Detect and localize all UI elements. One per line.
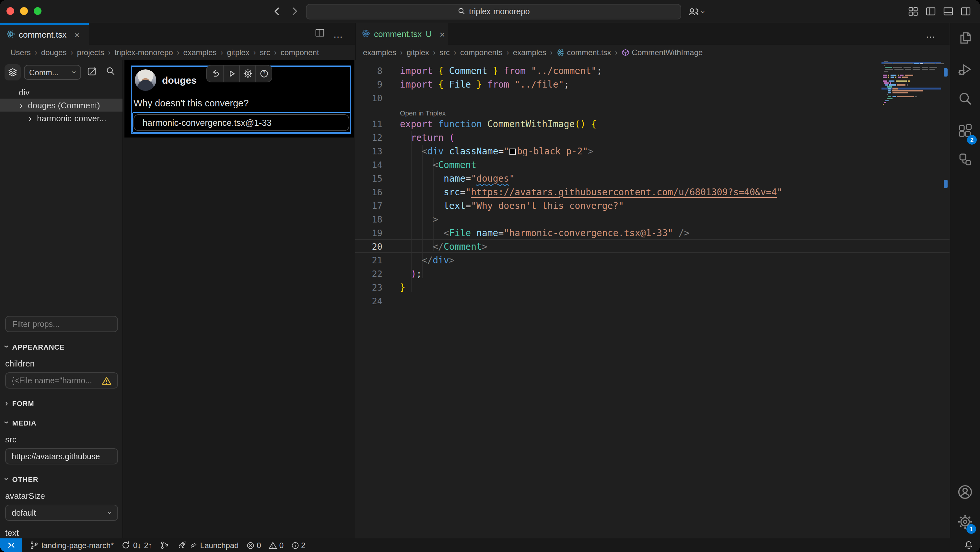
breadcrumb-item-components[interactable]: components	[460, 48, 503, 57]
customize-layout-icon[interactable]	[908, 6, 918, 19]
notifications-bell[interactable]	[964, 540, 974, 550]
breadcrumb-item-examples[interactable]: examples	[363, 48, 396, 57]
launchpad-item[interactable]: Launchpad	[177, 540, 239, 550]
toggle-secondary-sidebar-icon[interactable]	[961, 6, 971, 19]
line-number: 13	[355, 146, 382, 156]
line-number: 19	[355, 227, 382, 238]
file-chip[interactable]: harmonic-convergence.tsx@1-33	[134, 114, 349, 131]
code-line-11[interactable]: 11export function CommentWithImage() {	[355, 117, 950, 130]
code-line-21[interactable]: 21 </div>	[355, 253, 950, 266]
account-icon[interactable]	[957, 484, 973, 503]
triplex-preview-canvas[interactable]: douges Why doesn't this converge? harmon…	[123, 60, 355, 538]
code-line-15[interactable]: 15 name="douges"	[355, 171, 950, 185]
toggle-panel-icon[interactable]	[943, 6, 953, 19]
source-control-graph-item[interactable]	[160, 540, 169, 550]
new-component-icon[interactable]	[87, 66, 97, 79]
zoom-window-button[interactable]	[34, 7, 41, 15]
toggle-primary-sidebar-icon[interactable]	[926, 6, 936, 19]
line-number: 16	[355, 187, 382, 197]
breadcrumb-item-src[interactable]: src	[260, 48, 270, 57]
help-button[interactable]: ?	[255, 65, 272, 82]
chevron-icon: ›	[2, 477, 12, 480]
code-line-16[interactable]: 16 src="https://avatars.githubuserconten…	[355, 185, 950, 198]
remote-indicator[interactable]	[0, 538, 22, 552]
play-button[interactable]	[223, 65, 239, 82]
react-icon	[557, 48, 565, 56]
code-editor[interactable]: 8import { Comment } from "../comment";9i…	[355, 60, 950, 538]
search-icon[interactable]	[106, 66, 115, 78]
git-branch-item[interactable]: landing-page-march*	[30, 540, 114, 550]
breadcrumb-item-douges[interactable]: douges	[41, 48, 67, 57]
code-line-20[interactable]: 20 </Comment>	[355, 239, 950, 253]
run-debug-icon[interactable]	[958, 62, 972, 80]
tab-comment-tsx-right[interactable]: comment.tsx U ×	[355, 23, 448, 45]
breadcrumb-item-src[interactable]: src	[439, 48, 450, 57]
breadcrumb-item-users[interactable]: Users	[10, 48, 31, 57]
git-sync-item[interactable]: 0↓ 2↑	[121, 540, 152, 550]
breadcrumb-item-gitplex[interactable]: gitplex	[407, 48, 429, 57]
code-line-8[interactable]: 8import { Comment } from "../comment";	[355, 64, 950, 77]
line-number: 12	[355, 132, 382, 142]
url-link[interactable]: https://avatars.githubusercontent.com/u/…	[471, 187, 777, 197]
back-icon[interactable]	[272, 6, 282, 19]
code-line-17[interactable]: 17 text="Why doesn't this converge?"	[355, 198, 950, 212]
prop-input-children[interactable]: {<File name="harmo...	[5, 372, 118, 389]
profiles-menu[interactable]: ›	[687, 5, 705, 18]
minimap[interactable]	[881, 60, 941, 176]
code-line-22[interactable]: 22 );	[355, 266, 950, 280]
breadcrumb-item-examples[interactable]: examples	[183, 48, 217, 57]
code-line-12[interactable]: 12 return (	[355, 130, 950, 144]
code-line-10[interactable]: 10	[355, 91, 950, 104]
line-content: </Comment>	[400, 241, 487, 251]
codelens-open-in-triplex[interactable]: Open in Triplex	[355, 104, 950, 117]
breadcrumb-item-comment-tsx[interactable]: comment.tsx	[557, 48, 611, 57]
more-actions-icon[interactable]: …	[333, 29, 344, 40]
prop-input-src[interactable]: https://avatars.githubuse	[5, 448, 118, 464]
breadcrumb-item-commentwithimage[interactable]: CommentWithImage	[622, 48, 703, 57]
minimize-window-button[interactable]	[20, 7, 28, 15]
split-editor-icon[interactable]	[315, 28, 325, 40]
tree-item-harmonic-conver-[interactable]: ›harmonic-conver...	[0, 112, 123, 124]
breadcrumb-item-gitplex[interactable]: gitplex	[227, 48, 249, 57]
close-tab-icon[interactable]: ×	[74, 30, 80, 40]
triplex-view-icon[interactable]	[958, 152, 972, 169]
code-line-13[interactable]: 13 <div className="bg-black p-2">	[355, 144, 950, 158]
section-header-other[interactable]: ›OTHER	[5, 474, 118, 484]
section-header-form[interactable]: ›FORM	[5, 398, 118, 408]
breadcrumb-item-examples[interactable]: examples	[513, 48, 546, 57]
component-select[interactable]: Comm... ›	[24, 65, 81, 80]
section-header-media[interactable]: ›MEDIA	[5, 418, 118, 428]
forward-icon[interactable]	[290, 6, 299, 19]
breadcrumb-item-component[interactable]: component	[281, 48, 319, 57]
breadcrumb-item-projects[interactable]: projects	[77, 48, 104, 57]
breadcrumb-separator: ›	[506, 48, 509, 57]
code-line-14[interactable]: 14 <Comment	[355, 158, 950, 171]
filter-props-input[interactable]: Filter props...	[5, 316, 118, 332]
code-line-18[interactable]: 18 >	[355, 212, 950, 226]
tree-item-douges-comment-[interactable]: ›douges (Comment)	[0, 99, 123, 112]
layers-button[interactable]	[5, 64, 21, 80]
line-content: import { File } from "../file";	[400, 79, 570, 89]
tab-comment-tsx-left[interactable]: comment.tsx ×	[0, 23, 89, 45]
close-tab-icon[interactable]: ×	[439, 29, 445, 39]
more-actions-icon[interactable]: …	[926, 29, 936, 40]
code-line-23[interactable]: 23}	[355, 280, 950, 294]
code-line-19[interactable]: 19 <File name="harmonic-convergence.tsx@…	[355, 226, 950, 239]
search-icon[interactable]	[958, 91, 972, 109]
explorer-icon[interactable]	[958, 30, 972, 48]
chevron-icon: ›	[2, 421, 12, 424]
close-window-button[interactable]	[6, 7, 14, 15]
breadcrumb-item-triplex-monorepo[interactable]: triplex-monorepo	[115, 48, 173, 57]
settings-button[interactable]	[239, 65, 255, 82]
problems-item[interactable]: 0 0 2	[246, 541, 305, 550]
command-center-search[interactable]: triplex-monorepo	[306, 4, 681, 19]
search-icon	[457, 7, 465, 16]
prop-select-avatarsize[interactable]: default›	[5, 505, 118, 521]
tree-item-div[interactable]: div	[0, 86, 123, 99]
code-line-24[interactable]: 24	[355, 294, 950, 308]
code-line-9[interactable]: 9import { File } from "../file";	[355, 77, 950, 91]
section-header-appearance[interactable]: ›APPEARANCE	[5, 342, 118, 352]
activity-bar: 2 1	[950, 23, 980, 538]
undo-button[interactable]	[207, 65, 223, 82]
settings-badge: 1	[966, 524, 976, 534]
